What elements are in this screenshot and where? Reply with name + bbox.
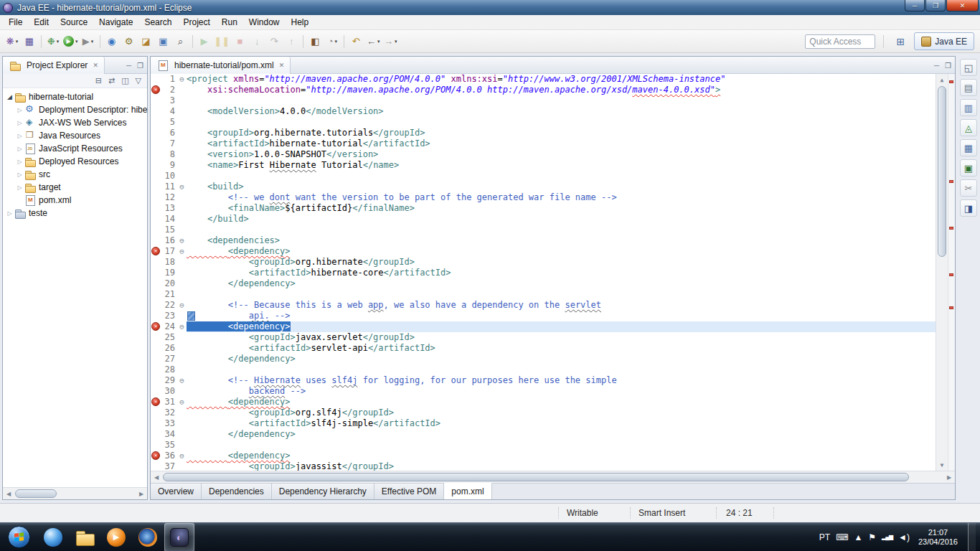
code-line[interactable]: 4 <modelVersion>4.0.0</modelVersion> (151, 106, 936, 117)
error-overview-mark[interactable] (949, 227, 953, 230)
code-text[interactable]: <!-- Hibernate uses slf4j for logging, f… (187, 375, 936, 386)
code-line[interactable]: 11⊖ <build> (151, 182, 936, 192)
code-line[interactable]: 1⊖<project xmlns="http://maven.apache.or… (151, 74, 936, 85)
fold-marker-icon[interactable]: ⊖ (177, 397, 187, 408)
error-overview-mark[interactable] (949, 80, 953, 83)
code-text[interactable]: <artifactId>servlet-api</artifactId> (187, 343, 936, 354)
code-line[interactable]: 10 (151, 171, 936, 182)
run-button[interactable]: ▶▾ (62, 34, 79, 50)
minimize-editor-button[interactable]: ─ (934, 62, 939, 70)
menu-item-window[interactable]: Window (243, 16, 286, 29)
code-line[interactable]: 36⊖ <dependency> (151, 451, 936, 461)
expand-arrow-icon[interactable]: ▷ (16, 107, 24, 113)
close-view-icon[interactable]: ✕ (93, 62, 98, 69)
markers-view-icon[interactable]: ◬ (960, 119, 977, 136)
taskbar-media-player[interactable] (101, 523, 131, 551)
collapse-all-button[interactable]: ⊟ (95, 76, 102, 85)
code-line[interactable]: 17⊖ <dependency> (151, 246, 936, 257)
code-line[interactable]: 21 (151, 289, 936, 300)
code-area[interactable]: 1⊖<project xmlns="http://maven.apache.or… (151, 74, 955, 471)
last-edit-location-button[interactable]: ↶ (348, 34, 364, 50)
code-line[interactable]: 19 <artifactId>hibernate-core</artifactI… (151, 268, 936, 278)
code-text[interactable]: </build> (187, 214, 936, 225)
code-line[interactable]: 2 xsi:schemaLocation="http://maven.apach… (151, 85, 936, 95)
snippets-view-icon[interactable]: ✂ (960, 179, 977, 197)
expand-arrow-icon[interactable]: ▷ (16, 171, 24, 178)
dropdown-arrow-icon[interactable]: ▾ (75, 39, 78, 44)
dropdown-arrow-icon[interactable]: ▾ (16, 39, 19, 44)
code-text[interactable]: </dependency> (187, 354, 936, 364)
taskbar-eclipse[interactable] (164, 523, 194, 551)
code-line[interactable]: 9 <name>First Hibernate Tutorial</name> (151, 160, 936, 171)
volume-icon[interactable]: ◄) (898, 532, 910, 542)
bottom-tab-pom-xml[interactable]: pom.xml (444, 483, 491, 499)
fold-marker-icon[interactable]: ⊖ (177, 74, 187, 85)
menu-item-source[interactable]: Source (55, 16, 93, 29)
fold-marker-icon[interactable]: ⊖ (177, 321, 187, 332)
code-line[interactable]: 32 <groupId>org.slf4j</groupId> (151, 408, 936, 418)
new-servlet-button[interactable]: ◪ (138, 34, 154, 50)
code-text[interactable]: api. --> (187, 311, 936, 321)
code-text[interactable]: <build> (187, 182, 936, 192)
code-text[interactable]: <artifactId>hibernate-tutorial</artifact… (187, 138, 936, 149)
tree-item[interactable]: ▷Deployed Resources (3, 155, 147, 168)
tree-item[interactable]: ▷JavaScript Resources (3, 142, 147, 155)
tree-item[interactable]: ▷JAX-WS Web Services (3, 116, 147, 129)
code-text[interactable] (187, 289, 936, 300)
show-desktop-button[interactable] (968, 523, 976, 551)
bottom-tab-dependencies[interactable]: Dependencies (202, 484, 272, 499)
taskbar-internet-explorer[interactable] (38, 523, 68, 551)
menu-item-run[interactable]: Run (216, 16, 243, 29)
new-ejb-button[interactable]: ▣ (156, 34, 171, 50)
step-return-button[interactable]: ↑ (283, 34, 299, 50)
bottom-tab-dependency-hierarchy[interactable]: Dependency Hierarchy (272, 484, 374, 499)
forward-button[interactable]: →▾ (382, 34, 398, 50)
menu-item-file[interactable]: File (3, 16, 28, 29)
code-text[interactable]: <groupId>javax.servlet</groupId> (187, 332, 936, 343)
code-line[interactable]: 6 <groupId>org.hibernate.tutorials</grou… (151, 128, 936, 138)
profile-button[interactable]: ◔▾ (324, 34, 340, 50)
tree-item[interactable]: ▷src (3, 168, 147, 181)
perspective-java-ee-button[interactable]: Java EE (914, 32, 974, 50)
code-text[interactable]: <finalName>${artifactId}</finalName> (187, 203, 936, 214)
code-text[interactable]: xsi:schemaLocation="http://maven.apache.… (187, 85, 936, 95)
code-text[interactable] (187, 440, 936, 451)
vscroll-thumb[interactable] (938, 86, 946, 257)
scroll-down-icon[interactable]: ▼ (936, 459, 948, 471)
scroll-left-icon[interactable]: ◀ (151, 471, 162, 483)
new-wizard-button[interactable]: ❋▾ (4, 34, 20, 50)
start-button[interactable] (0, 523, 37, 551)
outline-view-icon[interactable]: ▤ (960, 79, 977, 96)
code-line[interactable]: 13 <finalName>${artifactId}</finalName> (151, 203, 936, 214)
step-over-button[interactable]: ↷ (266, 34, 282, 50)
taskbar-clock[interactable]: 21:07 23/04/2016 (918, 528, 958, 547)
code-line[interactable]: 27 </dependency> (151, 354, 936, 364)
code-line[interactable]: 3 (151, 95, 936, 106)
code-line[interactable]: 20 </dependency> (151, 278, 936, 289)
code-text[interactable]: </dependency> (187, 278, 936, 289)
web-browser-button[interactable]: ◉ (104, 34, 120, 50)
expand-arrow-icon[interactable]: ▷ (16, 120, 24, 126)
fold-marker-icon[interactable]: ⊖ (177, 182, 187, 192)
code-line[interactable]: 29⊖ <!-- Hibernate uses slf4j for loggin… (151, 375, 936, 386)
editor-hscrollbar[interactable]: ◀ ▶ (151, 471, 955, 483)
code-line[interactable]: 33 <artifactId>slf4j-simple</artifactId> (151, 418, 936, 429)
debug-button[interactable]: ❉▾ (45, 34, 61, 50)
code-text[interactable]: <dependency> (187, 321, 936, 332)
code-text[interactable] (187, 95, 936, 106)
code-text[interactable]: <artifactId>hibernate-core</artifactId> (187, 268, 936, 278)
code-line[interactable]: 7 <artifactId>hibernate-tutorial</artifa… (151, 138, 936, 149)
dropdown-arrow-icon[interactable]: ▾ (395, 39, 397, 44)
expand-arrow-icon[interactable]: ▷ (16, 184, 24, 191)
network-icon[interactable]: ▂▄▆ (882, 534, 892, 540)
code-line[interactable]: 28 (151, 364, 936, 375)
minimize-button[interactable]: ─ (905, 0, 925, 11)
code-text[interactable]: <groupId>org.hibernate.tutorials</groupI… (187, 128, 936, 138)
code-text[interactable]: <artifactId>slf4j-simple</artifactId> (187, 418, 936, 429)
link-with-editor-button[interactable]: ⇄ (108, 76, 115, 85)
code-text[interactable]: <groupId>javassist</groupId> (187, 461, 936, 471)
console-view-icon[interactable]: ◨ (960, 199, 977, 217)
show-hidden-icons-button[interactable]: ▲ (854, 532, 862, 542)
task-list-view-icon[interactable]: ▥ (960, 99, 977, 116)
bottom-tab-effective-pom[interactable]: Effective POM (374, 484, 444, 499)
